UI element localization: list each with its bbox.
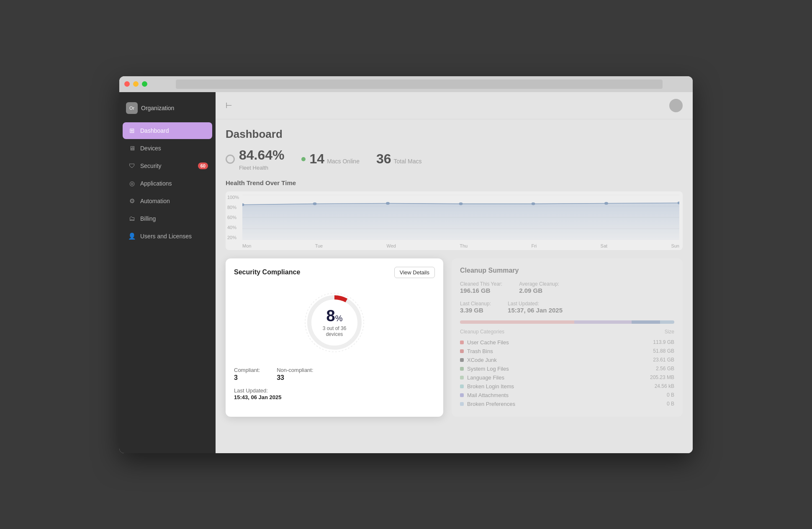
list-item: Broken Preferences 0 B xyxy=(460,400,674,408)
url-bar[interactable] xyxy=(176,80,663,89)
donut-chart: 8% 3 out of 36 devices xyxy=(299,287,370,358)
cleanup-summary-panel: Cleanup Summary Cleaned This Year: 196.1… xyxy=(452,258,683,417)
svg-point-9 xyxy=(532,202,535,205)
last-cleanup-value: 3.39 GB xyxy=(460,307,491,314)
avg-cleanup-stat: Average Cleanup: 2.09 GB xyxy=(519,281,559,294)
fleet-health-stat: 84.64% Fleet Health xyxy=(226,147,285,171)
svg-point-6 xyxy=(313,202,317,205)
fullscreen-button[interactable] xyxy=(142,81,147,87)
sidebar-item-billing[interactable]: 🗂 Billing xyxy=(123,210,212,227)
category-name: XCode Junk xyxy=(467,357,497,363)
dashboard-icon: ⊞ xyxy=(128,126,136,135)
noncompliant-label: Non-compliant: xyxy=(277,367,313,373)
minimize-button[interactable] xyxy=(133,81,139,87)
avg-cleanup-label: Average Cleanup: xyxy=(519,281,559,287)
category-name: Broken Preferences xyxy=(467,401,515,407)
macs-online-stat: 14 Macs Online xyxy=(301,151,360,167)
category-dot xyxy=(460,367,464,371)
chart-section: Health Trend Over Time 100% 80% 60% 40% … xyxy=(216,179,693,258)
cleanup-panel-title: Cleanup Summary xyxy=(460,267,519,274)
security-badge: 60 xyxy=(198,163,208,169)
category-size: 113.9 GB xyxy=(653,339,674,345)
compliant-stat: Compliant: 3 xyxy=(234,367,260,382)
bar-segment-2 xyxy=(574,320,632,324)
devices-icon: 🖥 xyxy=(128,144,136,152)
automation-icon: ⚙ xyxy=(128,197,136,205)
security-panel-title: Security Compliance xyxy=(234,268,300,276)
collapse-button[interactable]: ⊢ xyxy=(226,101,232,110)
close-button[interactable] xyxy=(124,81,130,87)
cleaned-year-value: 196.16 GB xyxy=(460,287,502,294)
sidebar-item-automation[interactable]: ⚙ Automation xyxy=(123,193,212,209)
users-icon: 👤 xyxy=(128,232,136,240)
last-updated-value: 15:43, 06 Jan 2025 xyxy=(234,394,435,400)
total-macs-label: Total Macs xyxy=(394,158,422,165)
category-size: 23.61 GB xyxy=(653,357,674,363)
categories-col-size: Size xyxy=(665,329,674,335)
shield-icon: 🛡 xyxy=(128,162,136,170)
org-label: Organization xyxy=(141,105,174,111)
donut-section: 8% 3 out of 36 devices xyxy=(234,285,435,360)
billing-icon: 🗂 xyxy=(128,214,136,223)
stats-row: 84.64% Fleet Health 14 Macs Online xyxy=(216,147,693,179)
category-dot xyxy=(460,341,464,344)
sidebar-item-users[interactable]: 👤 Users and Licenses xyxy=(123,228,212,245)
category-dot xyxy=(460,358,464,362)
sidebar-item-label: Dashboard xyxy=(140,127,169,134)
list-item: User Cache Files 113.9 GB xyxy=(460,338,674,347)
category-size: 24.56 kB xyxy=(655,383,674,389)
sidebar-item-label: Security xyxy=(140,163,162,169)
sidebar-item-devices[interactable]: 🖥 Devices xyxy=(123,140,212,157)
category-name: User Cache Files xyxy=(467,339,509,346)
total-macs-value: 36 xyxy=(376,151,391,167)
cleanup-panel-header: Cleanup Summary xyxy=(460,267,674,274)
security-compliance-panel: Security Compliance View Details xyxy=(226,258,443,417)
category-name: Trash Bins xyxy=(467,348,493,354)
sidebar: Or Organization ⊞ Dashboard 🖥 Devices 🛡 … xyxy=(119,92,216,453)
category-name: Broken Login Items xyxy=(467,383,514,390)
category-size: 0 B xyxy=(667,392,674,398)
noncompliant-stat: Non-compliant: 33 xyxy=(277,367,313,382)
security-panel-header: Security Compliance View Details xyxy=(234,267,435,278)
bar-segment-1 xyxy=(460,320,574,324)
org-header[interactable]: Or Organization xyxy=(119,99,216,122)
cleanup-stats-row: Cleaned This Year: 196.16 GB Average Cle… xyxy=(460,281,674,294)
category-size: 0 B xyxy=(667,401,674,407)
categories-list: User Cache Files 113.9 GB Trash Bins 51.… xyxy=(460,338,674,408)
sidebar-item-dashboard[interactable]: ⊞ Dashboard xyxy=(123,122,212,139)
main-header: ⊢ xyxy=(216,92,693,119)
category-size: 51.88 GB xyxy=(653,348,674,354)
category-name: Mail Attachments xyxy=(467,392,509,398)
svg-marker-4 xyxy=(242,203,679,240)
svg-point-7 xyxy=(386,202,390,204)
category-size: 2.56 GB xyxy=(656,366,674,372)
compliant-value: 3 xyxy=(234,374,260,382)
sidebar-item-label: Automation xyxy=(140,198,170,204)
last-cleanup-stat: Last Cleanup: 3.39 GB xyxy=(460,301,491,314)
category-dot xyxy=(460,402,464,406)
chart-title: Health Trend Over Time xyxy=(226,179,683,186)
fleet-health-icon xyxy=(226,155,235,164)
chart-y-labels: 100% 80% 60% 40% 20% xyxy=(226,195,239,240)
total-macs-stat: 36 Total Macs xyxy=(376,151,422,167)
last-cleanup-label: Last Cleanup: xyxy=(460,301,491,307)
devices-text: 3 out of 36 devices xyxy=(317,325,352,337)
compliant-label: Compliant: xyxy=(234,367,260,373)
view-details-button[interactable]: View Details xyxy=(394,267,435,278)
list-item: Trash Bins 51.88 GB xyxy=(460,347,674,356)
cleanup-stats-row2: Last Cleanup: 3.39 GB Last Updated: 15:3… xyxy=(460,301,674,314)
sidebar-item-security[interactable]: 🛡 Security 60 xyxy=(123,157,212,174)
svg-point-8 xyxy=(459,202,463,205)
main-content: ⊢ Dashboard 84.64% Fleet Health xyxy=(216,92,693,453)
category-dot xyxy=(460,349,464,353)
category-name: System Log Files xyxy=(467,366,509,372)
categories-header: Cleanup Categories Size xyxy=(460,329,674,335)
donut-center: 8% 3 out of 36 devices xyxy=(317,308,352,337)
cleaned-year-label: Cleaned This Year: xyxy=(460,281,502,287)
titlebar xyxy=(119,76,693,92)
list-item: Broken Login Items 24.56 kB xyxy=(460,382,674,391)
org-icon: Or xyxy=(126,102,138,114)
avatar[interactable] xyxy=(669,99,683,112)
chart-x-labels: Mon Tue Wed Thu Fri Sat Sun xyxy=(242,243,679,248)
sidebar-item-applications[interactable]: ◎ Applications xyxy=(123,175,212,192)
